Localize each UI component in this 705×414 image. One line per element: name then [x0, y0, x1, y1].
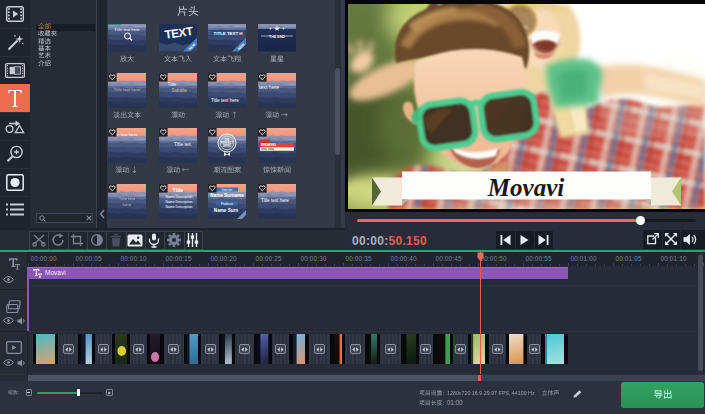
- svg-text:text here: text here: [259, 83, 279, 89]
- svg-text:Title text here: Title text here: [261, 198, 289, 203]
- svg-text:Name Description: Name Description: [165, 205, 192, 209]
- svg-text:Movavi: Movavi: [487, 174, 564, 201]
- svg-text:Producer: Producer: [220, 202, 232, 206]
- svg-text:TITLE TEXT H: TITLE TEXT H: [213, 31, 242, 36]
- svg-text:BREAKING: BREAKING: [261, 143, 276, 147]
- svg-text:Title text here: Title text here: [211, 97, 239, 102]
- svg-text:here: here: [122, 202, 131, 207]
- svg-text:Title text here: Title text here: [113, 86, 140, 91]
- svg-text:news today: news today: [261, 147, 275, 151]
- svg-text:Title text here: Title text here: [114, 27, 140, 32]
- svg-text:Subtitle: Subtitle: [171, 87, 187, 92]
- svg-text:Name Surn: Name Surn: [213, 208, 237, 213]
- svg-text:INTRO: INTRO: [222, 144, 230, 148]
- svg-text:Name Description: Name Description: [165, 200, 192, 204]
- svg-text:THE END: THE END: [269, 35, 285, 39]
- svg-text:Name Surname: Name Surname: [210, 193, 244, 198]
- svg-text:Title: Title: [172, 187, 182, 193]
- svg-text:Title text: Title text: [118, 196, 135, 201]
- svg-text:Name Description: Name Description: [165, 195, 192, 199]
- svg-text:Title: Title: [167, 81, 176, 86]
- svg-text:Title tex: Title tex: [174, 142, 191, 147]
- svg-text:Director: Director: [221, 188, 232, 192]
